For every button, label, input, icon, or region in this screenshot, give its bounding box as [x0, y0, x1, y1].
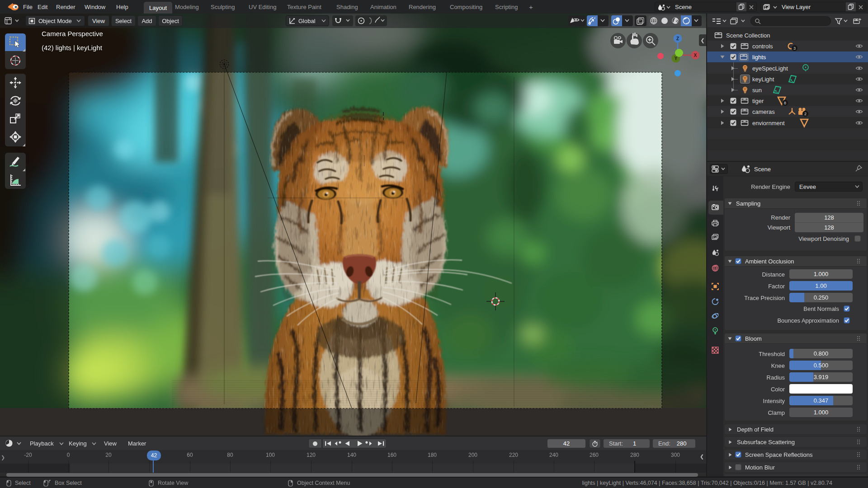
- svg-text:Z: Z: [676, 36, 679, 41]
- svg-text:Y: Y: [675, 56, 678, 61]
- svg-text:X: X: [694, 53, 697, 58]
